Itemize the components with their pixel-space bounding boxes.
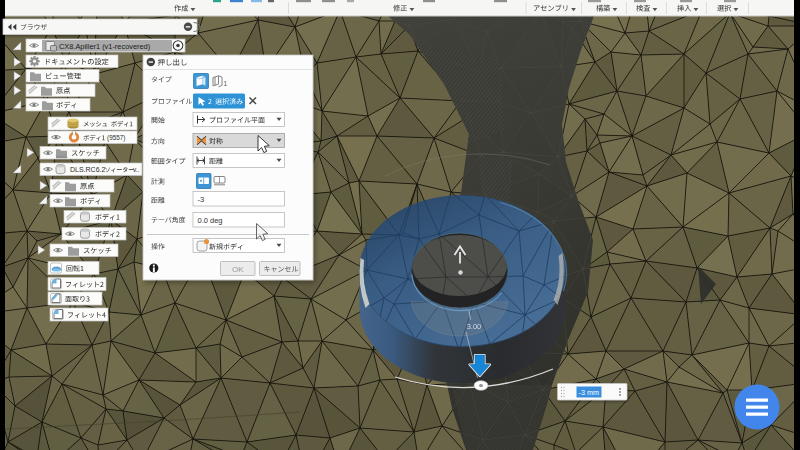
svg-text:3.00: 3.00 [467, 322, 482, 331]
svg-text:DLS.RC6.2: DLS.RC6.2 [70, 166, 106, 173]
svg-text:(9557): (9557) [107, 134, 125, 142]
svg-text:1: 1 [224, 80, 228, 87]
svg-text:v..: v.. [133, 166, 140, 173]
svg-text:-3: -3 [198, 195, 205, 204]
svg-text:-3 mm: -3 mm [579, 388, 599, 397]
svg-text:OK: OK [232, 265, 244, 274]
svg-text:CX8.Apiller1 (v1-recovered): CX8.Apiller1 (v1-recovered) [59, 42, 150, 51]
svg-text:0.0 deg: 0.0 deg [198, 216, 223, 225]
